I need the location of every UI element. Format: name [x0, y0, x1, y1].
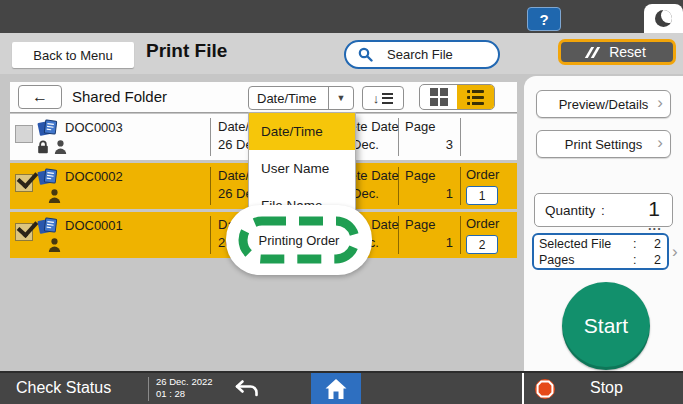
page-column-label: Page	[405, 217, 435, 232]
printing-order-field[interactable]: 1	[466, 186, 498, 205]
list-view-icon	[467, 90, 484, 105]
checkbox-checked[interactable]	[15, 223, 33, 241]
file-attribute-icons	[37, 140, 67, 154]
chevron-down-icon: ▼	[328, 87, 353, 109]
column-divider	[398, 167, 399, 205]
divider	[522, 373, 524, 404]
chevron-right-icon: ›	[672, 242, 678, 262]
user-icon	[48, 189, 61, 203]
undo-arrow-icon	[234, 380, 260, 397]
reset-label: Reset	[609, 44, 646, 60]
column-divider	[398, 118, 399, 156]
page-column-value: 1	[405, 186, 453, 201]
page-column-label: Page	[405, 168, 435, 183]
column-divider	[460, 167, 461, 205]
chevron-right-icon: ›	[657, 133, 663, 153]
column-divider	[210, 167, 211, 205]
datetime-display: 26 Dec. 2022 01 : 28	[156, 376, 213, 400]
back-arrow-icon: ←	[32, 88, 48, 106]
menu-item-printing-order[interactable]: Printing Order	[259, 233, 340, 248]
stop-button[interactable]	[534, 378, 556, 404]
undo-button[interactable]	[234, 380, 260, 401]
page-column-value: 3	[405, 137, 453, 152]
document-stack-icon	[37, 216, 59, 239]
sort-dropdown-value: Date/Time	[249, 91, 328, 106]
date-text: 26 Dec. 2022	[156, 376, 213, 388]
print-settings-button[interactable]: Print Settings ›	[536, 130, 671, 158]
menu-item-user-name[interactable]: User Name	[249, 150, 355, 187]
top-status-bar: ?	[0, 0, 683, 33]
order-column-label: Order	[466, 167, 499, 182]
start-button[interactable]: Start	[562, 282, 650, 370]
reset-button[interactable]: Reset	[558, 39, 676, 65]
file-name: DOC0002	[65, 169, 123, 184]
selected-file-label: Selected File	[539, 237, 633, 252]
sort-arrow-icon: ↓	[373, 91, 380, 106]
document-stack-icon	[37, 118, 59, 141]
pages-label: Pages	[539, 253, 633, 268]
preview-details-button[interactable]: Preview/Details ›	[536, 90, 671, 118]
moon-icon	[655, 10, 672, 27]
reset-icon	[588, 47, 597, 58]
folder-title: Shared Folder	[72, 88, 167, 105]
folder-back-button[interactable]: ←	[18, 85, 62, 109]
energy-saver-tab[interactable]	[644, 4, 683, 33]
selection-summary[interactable]: Selected File : 2 Pages : 2	[532, 233, 669, 270]
checkbox-checked[interactable]	[15, 174, 33, 192]
search-icon	[358, 47, 373, 62]
back-to-menu-button[interactable]: Back to Menu	[12, 42, 134, 68]
selected-file-value: 2	[643, 237, 661, 252]
pages-colon: :	[633, 253, 643, 268]
menu-item-date-time[interactable]: Date/Time	[249, 113, 355, 150]
divider	[148, 377, 149, 401]
sort-direction-button[interactable]: ↓	[362, 86, 404, 110]
home-button[interactable]	[311, 373, 361, 404]
print-settings-label: Print Settings	[565, 137, 642, 152]
selected-file-colon: :	[633, 237, 643, 252]
grid-view-icon	[430, 88, 448, 106]
list-view-button[interactable]	[457, 85, 494, 109]
preview-details-label: Preview/Details	[559, 97, 649, 112]
user-icon	[54, 140, 67, 154]
search-label: Search File	[387, 47, 453, 62]
quantity-colon: :	[601, 203, 605, 218]
lock-icon	[37, 140, 49, 154]
user-icon	[48, 238, 61, 252]
sort-lines-icon	[382, 93, 393, 104]
home-icon	[324, 378, 348, 400]
order-column-label: Order	[466, 216, 499, 231]
help-button[interactable]: ?	[527, 7, 561, 31]
stop-icon	[534, 378, 556, 400]
page-column-label: Page	[405, 119, 435, 134]
time-text: 01 : 28	[156, 388, 213, 400]
column-divider	[210, 216, 211, 254]
pages-value: 2	[643, 253, 661, 268]
column-divider	[398, 216, 399, 254]
chevron-right-icon: ›	[657, 93, 663, 113]
action-side-panel: Preview/Details › Print Settings › Quant…	[524, 76, 683, 373]
column-divider	[210, 118, 211, 156]
column-divider	[460, 118, 461, 156]
check-status-button[interactable]: Check Status	[16, 379, 111, 397]
check-icon	[17, 216, 39, 238]
column-divider	[460, 216, 461, 254]
check-icon	[17, 167, 39, 189]
more-options-dots[interactable]: ...	[648, 218, 662, 233]
printer-touchscreen: ? Back to Menu Print File Search File Re…	[0, 0, 683, 404]
highlight-callout: Printing Order	[226, 205, 372, 275]
file-name: DOC0003	[65, 120, 123, 135]
view-toggle	[419, 84, 495, 110]
file-list-toolbar: ← Shared Folder Date/Time ▼ ↓	[10, 82, 517, 113]
file-attribute-icons	[48, 238, 61, 252]
stop-label: Stop	[590, 379, 623, 397]
file-name: DOC0001	[65, 218, 123, 233]
page-title: Print File	[146, 40, 227, 62]
thumbnail-view-button[interactable]	[420, 85, 457, 109]
page-column-value: 1	[405, 235, 453, 250]
file-attribute-icons	[48, 189, 61, 203]
checkbox-unchecked[interactable]	[15, 125, 33, 143]
header-bar: Back to Menu Print File Search File Rese…	[0, 33, 683, 74]
sort-dropdown[interactable]: Date/Time ▼	[248, 86, 354, 110]
search-file-button[interactable]: Search File	[344, 40, 500, 69]
printing-order-field[interactable]: 2	[466, 235, 498, 254]
